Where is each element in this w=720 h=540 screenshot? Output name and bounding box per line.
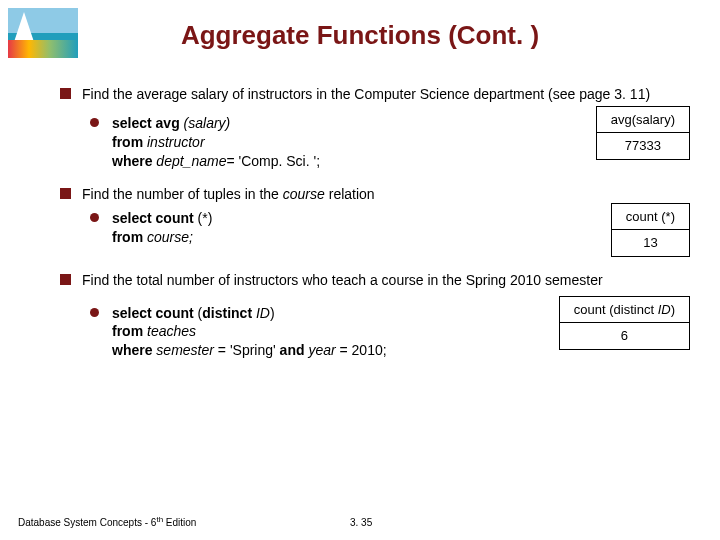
- kw-from: from: [112, 229, 147, 245]
- kw-select: select avg: [112, 115, 184, 131]
- arg: ID: [256, 305, 270, 321]
- result-header: avg(salary): [596, 106, 689, 133]
- result-value: 6: [559, 323, 689, 350]
- sub-bullet: select count (*) from course;: [90, 209, 591, 247]
- arg: teaches: [147, 323, 196, 339]
- kw-select: select count: [112, 305, 198, 321]
- txt: count (distinct: [574, 302, 658, 317]
- result-table-2: count (*) 13: [611, 203, 690, 257]
- kw-from: from: [112, 134, 147, 150]
- txt: ID: [658, 302, 671, 317]
- result-header: count (*): [611, 203, 689, 230]
- query-text: select count (distinct ID) from teaches …: [60, 300, 539, 361]
- arg: (salary): [184, 115, 231, 131]
- result-table-1: avg(salary) 77333: [596, 106, 690, 160]
- query-result-row: select count (distinct ID) from teaches …: [60, 300, 690, 361]
- content-area: Find the average salary of instructors i…: [60, 85, 690, 374]
- kw-distinct: distinct: [202, 305, 256, 321]
- arg: = 2010;: [340, 342, 387, 358]
- sub-bullet: select count (distinct ID) from teaches …: [90, 304, 539, 361]
- page-number: 3. 35: [350, 517, 372, 528]
- txt: ): [671, 302, 675, 317]
- txt: Find the number of tuples in the: [82, 186, 283, 202]
- slide-title: Aggregate Functions (Cont. ): [0, 0, 720, 51]
- kw-where: where: [112, 153, 156, 169]
- query-result-row: Find the number of tuples in the course …: [60, 185, 690, 257]
- arg: (*): [198, 210, 213, 226]
- kw-where: where: [112, 342, 156, 358]
- kw-and: and: [280, 342, 309, 358]
- arg: course;: [147, 229, 193, 245]
- arg: dept_name: [156, 153, 226, 169]
- txt: Edition: [163, 517, 196, 528]
- section-1: Find the average salary of instructors i…: [60, 85, 690, 171]
- result-header: count (distinct ID): [559, 296, 689, 323]
- footer-text: Database System Concepts - 6th Edition: [18, 515, 196, 528]
- arg: semester: [156, 342, 217, 358]
- bullet-text: Find the number of tuples in the course …: [60, 185, 591, 204]
- query-text: Find the number of tuples in the course …: [60, 185, 591, 248]
- kw-from: from: [112, 323, 147, 339]
- kw-select: select count: [112, 210, 198, 226]
- result-table-3: count (distinct ID) 6: [559, 296, 690, 350]
- query-text: select avg (salary) from instructor wher…: [60, 110, 576, 171]
- section-3: Find the total number of instructors who…: [60, 271, 690, 361]
- txt: relation: [325, 186, 375, 202]
- query-result-row: select avg (salary) from instructor wher…: [60, 110, 690, 171]
- sub-bullet: select avg (salary) from instructor wher…: [90, 114, 576, 171]
- arg: ): [270, 305, 275, 321]
- bullet-text: Find the total number of instructors who…: [60, 271, 690, 290]
- section-2: Find the number of tuples in the course …: [60, 185, 690, 257]
- txt: Database System Concepts - 6: [18, 517, 156, 528]
- arg: = 'Comp. Sci. ';: [226, 153, 320, 169]
- bullet-text: Find the average salary of instructors i…: [60, 85, 690, 104]
- slide: Aggregate Functions (Cont. ) Find the av…: [0, 0, 720, 540]
- logo-image: [8, 8, 78, 58]
- txt: course: [283, 186, 325, 202]
- arg: year: [308, 342, 339, 358]
- arg: = 'Spring': [218, 342, 280, 358]
- arg: instructor: [147, 134, 205, 150]
- result-value: 13: [611, 230, 689, 257]
- result-value: 77333: [596, 133, 689, 160]
